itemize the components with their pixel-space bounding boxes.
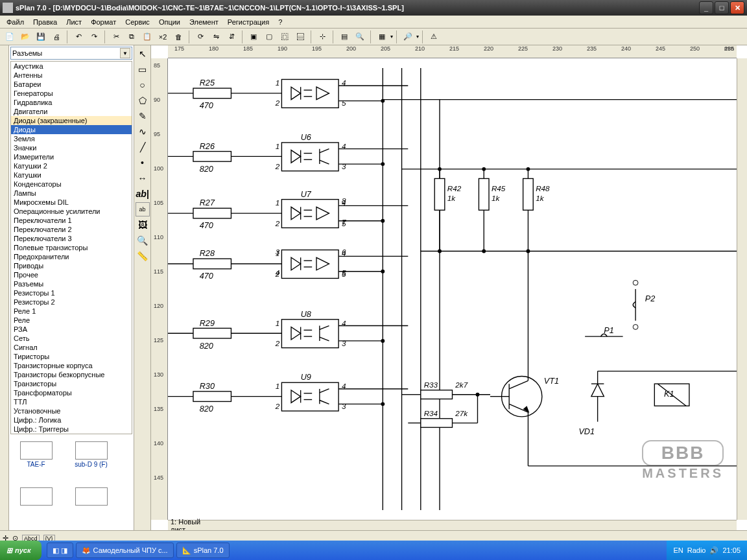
lib-item[interactable] xyxy=(12,474,60,506)
back-icon[interactable]: ▢ xyxy=(262,30,276,44)
category-item[interactable]: РЗА xyxy=(11,325,132,334)
copy-icon[interactable]: ⧉ xyxy=(124,30,139,44)
menu-help[interactable]: ? xyxy=(274,17,286,27)
menu-sheet[interactable]: Лист xyxy=(62,17,86,27)
category-item[interactable]: Разъемы xyxy=(11,279,132,288)
category-item[interactable]: Двигатели xyxy=(11,107,132,116)
category-item[interactable]: Конденсаторы xyxy=(11,180,132,189)
warn-icon[interactable]: ⚠ xyxy=(427,30,441,44)
mirror-v-icon[interactable]: ⇵ xyxy=(224,30,239,44)
category-item[interactable]: Диоды (закрашенные) xyxy=(11,116,132,125)
category-item[interactable]: Резисторы 1 xyxy=(11,288,132,298)
circle-tool-icon[interactable]: ○ xyxy=(136,78,150,92)
text-tool-icon[interactable]: ab| xyxy=(136,187,150,201)
category-item[interactable]: Трансформаторы xyxy=(11,388,132,397)
chevron-down-icon[interactable]: ▼ xyxy=(120,48,130,58)
category-item[interactable]: Сеть xyxy=(11,334,132,343)
snap-icon[interactable]: ⊹ xyxy=(315,30,329,44)
category-item[interactable]: Реле 1 xyxy=(11,307,132,316)
category-item[interactable]: Катушки xyxy=(11,170,132,180)
radio-indicator[interactable]: Radio xyxy=(687,546,706,554)
category-item[interactable]: Батареи xyxy=(11,80,132,89)
print-icon[interactable]: 🖨 xyxy=(49,30,64,44)
new-icon[interactable]: 📄 xyxy=(3,30,17,44)
category-item[interactable]: Микросхемы DIL xyxy=(11,198,132,207)
maximize-button[interactable]: □ xyxy=(715,1,729,14)
mirror-h-icon[interactable]: ⇋ xyxy=(209,30,223,44)
dimension-tool-icon[interactable]: ↔ xyxy=(136,171,150,185)
undo-icon[interactable]: ↶ xyxy=(71,30,86,44)
lang-indicator[interactable]: EN xyxy=(673,546,683,554)
category-item[interactable]: Цифр.: Триггеры xyxy=(11,425,132,434)
category-item[interactable]: Операционные усилители xyxy=(11,207,132,216)
cut-icon[interactable]: ✂ xyxy=(109,30,123,44)
menu-edit[interactable]: Правка xyxy=(29,17,61,27)
close-button[interactable]: ✕ xyxy=(730,1,744,14)
rect-tool-icon[interactable]: ▭ xyxy=(136,62,150,76)
category-item[interactable]: Транзисторы xyxy=(11,379,132,388)
category-item[interactable]: Цифр.: Логика xyxy=(11,415,132,425)
category-item[interactable]: Предохранители xyxy=(11,252,132,261)
category-list[interactable]: АкустикаАнтенныБатареиГенераторыГидравли… xyxy=(10,61,132,434)
poly-tool-icon[interactable]: ⬠ xyxy=(136,93,150,108)
quick-launch[interactable]: ◧ ◨ xyxy=(47,542,73,558)
paste-icon[interactable]: 📋 xyxy=(140,30,154,44)
open-icon[interactable]: 📂 xyxy=(18,30,32,44)
freehand-tool-icon[interactable]: ✎ xyxy=(136,109,150,123)
category-item[interactable]: Генераторы xyxy=(11,89,132,98)
category-item[interactable]: Установочные xyxy=(11,406,132,415)
scrollbar-vertical[interactable] xyxy=(737,58,747,520)
category-item[interactable]: Диоды xyxy=(11,125,132,134)
category-item[interactable]: Лампы xyxy=(11,189,132,198)
rotate-icon[interactable]: ⟳ xyxy=(193,30,208,44)
line-tool-icon[interactable]: ╱ xyxy=(136,140,150,154)
category-item[interactable]: Сигнал xyxy=(11,343,132,352)
category-combo[interactable]: Разъемы ▼ xyxy=(10,47,132,60)
group-icon[interactable]: ⿴ xyxy=(278,30,292,44)
lib-item[interactable] xyxy=(67,474,115,506)
category-item[interactable]: Полевые транзисторы xyxy=(11,243,132,252)
lib-item[interactable]: TAE-F xyxy=(12,437,60,468)
dup-icon[interactable]: ×2 xyxy=(156,30,170,44)
front-icon[interactable]: ▣ xyxy=(246,30,261,44)
category-item[interactable]: Переключатели 2 xyxy=(11,225,132,234)
menu-service[interactable]: Сервис xyxy=(121,17,154,27)
category-item[interactable]: Акустика xyxy=(11,62,132,71)
textbox-tool-icon[interactable]: ab xyxy=(136,202,150,216)
category-item[interactable]: Приводы xyxy=(11,261,132,270)
menu-options[interactable]: Опции xyxy=(155,17,184,27)
category-item[interactable]: Реле xyxy=(11,316,132,325)
task-item[interactable]: 🦊 Самодельный ЧПУ с... xyxy=(76,542,174,558)
category-item[interactable]: ТТЛ xyxy=(11,397,132,406)
bezier-tool-icon[interactable]: ∿ xyxy=(136,124,150,139)
category-item[interactable]: Измерители xyxy=(11,152,132,161)
minimize-button[interactable]: _ xyxy=(699,1,713,14)
clock[interactable]: 21:05 xyxy=(722,546,741,554)
canvas[interactable]: R254701245R26820U61243R27470U71245R28470… xyxy=(168,58,737,520)
category-item[interactable]: Прочее xyxy=(11,270,132,279)
start-button[interactable]: ⊞пуск xyxy=(0,541,42,560)
category-item[interactable]: Транзисторные корпуса xyxy=(11,361,132,370)
grid-icon[interactable]: ▦ xyxy=(375,30,389,44)
lib-item[interactable]: sub-D 9 (F) xyxy=(67,437,115,468)
volume-icon[interactable]: 🔊 xyxy=(709,546,718,555)
image-tool-icon[interactable]: 🖼 xyxy=(136,218,150,232)
save-icon[interactable]: 💾 xyxy=(34,30,48,44)
category-item[interactable]: Переключатели 3 xyxy=(11,234,132,243)
category-item[interactable]: Земля xyxy=(11,134,132,143)
task-item[interactable]: 📐 sPlan 7.0 xyxy=(176,542,230,558)
pointer-tool-icon[interactable]: ↖ xyxy=(136,47,150,61)
node-tool-icon[interactable]: • xyxy=(136,156,150,170)
category-item[interactable]: Транзисторы безкорпусные xyxy=(11,370,132,379)
category-item[interactable]: Тиристоры xyxy=(11,352,132,361)
menu-file[interactable]: Файл xyxy=(3,17,28,27)
scrollbar-horizontal[interactable] xyxy=(203,520,737,530)
zoom-icon[interactable]: 🔎 xyxy=(401,30,415,44)
menu-register[interactable]: Регистрация xyxy=(224,17,273,27)
ungroup-icon[interactable]: ⿳ xyxy=(293,30,307,44)
category-item[interactable]: Значки xyxy=(11,143,132,152)
measure-tool-icon[interactable]: 📏 xyxy=(136,249,150,263)
category-item[interactable]: Резисторы 2 xyxy=(11,298,132,307)
category-item[interactable]: Катушки 2 xyxy=(11,161,132,170)
redo-icon[interactable]: ↷ xyxy=(87,30,101,44)
